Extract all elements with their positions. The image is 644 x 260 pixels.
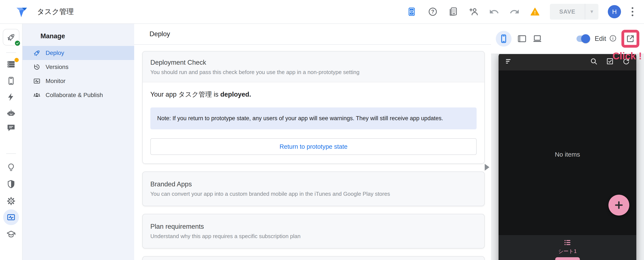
manage-list: Deploy Versions Monitor Colla [22,46,134,102]
history-icon [33,63,40,71]
deployment-check-card: Deployment Check You should run and pass… [142,51,485,164]
smartphone-icon [6,76,16,85]
branded-apps-card[interactable]: Branded Apps You can convert your app in… [142,172,485,206]
manage-item-versions[interactable]: Versions [22,60,134,74]
help-icon[interactable]: ? [427,6,438,17]
chat-icon [6,123,16,133]
deploy-cards: Deployment Check You should run and pass… [142,51,485,260]
card-title: Branded Apps [150,180,476,188]
add-user-icon[interactable] [468,6,479,17]
manage-panel-title: Manage [22,24,134,40]
device-mode-tablet-button[interactable] [517,34,527,44]
add-fab-button[interactable] [608,195,629,216]
lightbulb-icon [6,163,16,172]
prototype-note: Note: If you return to prototype state, … [150,107,476,129]
app-title: タスク管理 [37,7,74,16]
app-header: タスク管理 ? [0,0,644,24]
phone-preview: No items シート1 [498,52,636,260]
deployment-check-header: Deployment Check You should run and pass… [143,51,484,82]
edit-mode-toggle[interactable] [576,35,589,42]
monitor-icon [33,77,40,85]
device-mode-desktop-button[interactable] [532,34,542,44]
phone-app-body: No items [498,70,636,235]
card-title: Deployment Check [150,59,476,66]
manage-item-collaborate-publish[interactable]: Collaborate & Publish [22,88,134,102]
sidebar-item-deploy-status[interactable] [3,29,20,45]
app-preview-icon[interactable] [407,6,418,17]
sidebar-item-learn[interactable] [6,230,16,239]
mobile-icon [499,34,508,44]
overflow-menu-icon[interactable] [630,6,635,17]
manage-item-deploy[interactable]: Deploy [22,46,134,60]
rail-divider [6,52,16,53]
active-tab-indicator [555,257,580,260]
sidebar-item-app-views[interactable] [6,76,16,85]
deployment-check-body: Your app タスク管理 is deployed. Note: If you… [143,82,484,163]
tab-sheet1[interactable]: シート1 [558,248,576,255]
manage-item-label: Monitor [46,78,66,84]
sidebar-item-chat[interactable] [6,123,16,133]
rail-divider [6,153,16,154]
manage-item-label: Deploy [46,49,64,56]
panel-expand-arrow[interactable] [485,164,490,171]
sidebar-item-data[interactable] [6,60,16,69]
toggle-knob [581,34,590,43]
empty-state-text: No items [498,151,636,158]
deployed-check-badge-icon [14,40,21,46]
people-icon [33,91,40,99]
sidebar-item-manage[interactable] [3,209,19,225]
phone-bottom-nav: シート1 [498,235,636,260]
appsheet-logo-icon[interactable] [16,6,28,18]
card-title: Plan requirements [150,223,476,231]
laptop-icon [532,34,542,44]
left-nav-rail [0,24,22,260]
tablet-icon [517,34,527,44]
plan-requirements-card[interactable]: Plan requirements Understand why this ap… [142,214,485,249]
manage-item-label: Collaborate & Publish [46,92,103,98]
card-subtitle: You can convert your app into a custom b… [150,191,476,197]
info-icon[interactable] [609,34,617,43]
sidebar-item-automation[interactable] [6,109,16,118]
main-content: Deploy Deployment Check You should run a… [134,24,491,260]
external-link-icon [626,34,635,43]
sidebar-item-actions[interactable] [6,92,16,102]
return-to-prototype-button[interactable]: Return to prototype state [150,138,476,155]
broadcast-notifications-card[interactable]: Broadcast Notifications Broadcast notifi… [142,256,485,260]
gear-icon [6,196,16,206]
manage-panel: Manage Deploy Versions Monitor [22,24,134,260]
data-notification-dot [14,58,19,62]
page-title: Deploy [134,24,491,45]
manage-item-label: Versions [46,64,68,70]
shield-icon [6,179,16,189]
data-icon [6,60,16,69]
rocket-icon [33,49,40,57]
card-subtitle: Understand why this app requires a speci… [150,233,476,240]
save-button[interactable]: SAVE [550,4,585,19]
sidebar-item-intelligence[interactable] [6,163,16,172]
warning-icon[interactable] [530,6,540,17]
open-in-new-window-button[interactable] [622,30,639,48]
sort-icon[interactable] [504,57,513,65]
manage-item-monitor[interactable]: Monitor [22,74,134,88]
device-mode-mobile-button[interactable] [496,31,512,47]
redo-icon[interactable] [509,6,520,17]
undo-icon[interactable] [488,6,500,17]
svg-text:?: ? [431,9,434,14]
save-dropdown-button[interactable]: ▼ [585,4,598,19]
sidebar-item-security[interactable] [6,179,16,189]
graduation-cap-icon [6,230,16,239]
avatar[interactable]: H [608,5,621,18]
deployed-emphasis: deployed. [220,91,251,98]
monitor-icon [6,213,16,222]
header-actions: ? [407,4,644,19]
sidebar-item-settings[interactable] [6,196,16,206]
deployment-status: Your app タスク管理 is deployed. [150,90,476,99]
preview-toolbar: Edit [491,24,644,54]
card-subtitle: You should run and pass this check befor… [150,69,476,75]
click-annotation: Click ! [612,50,642,62]
preview-panel: Edit Click ! [491,24,644,260]
search-icon[interactable] [590,57,598,65]
lightning-icon [6,92,16,102]
save-button-group: SAVE ▼ [550,4,598,19]
device-keyboard-icon[interactable] [448,6,459,17]
